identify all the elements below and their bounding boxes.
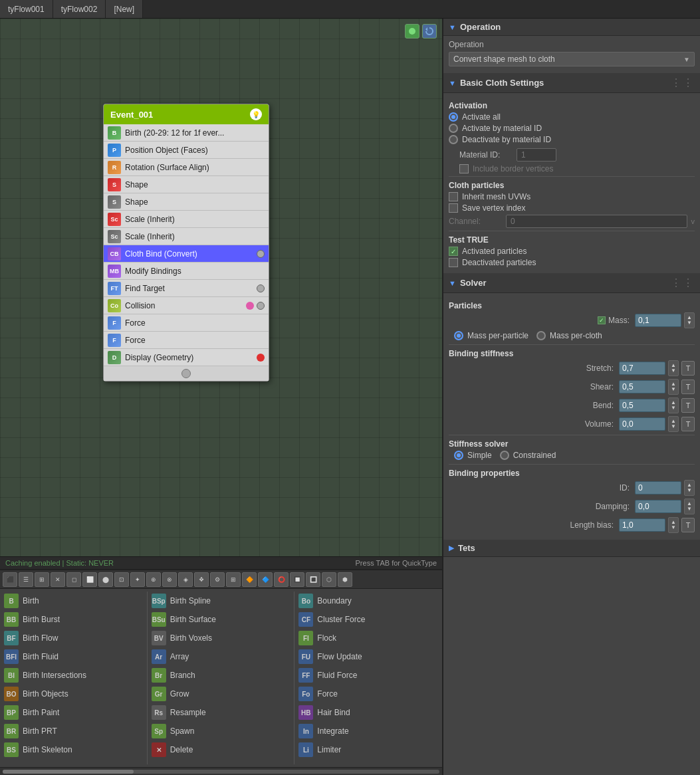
list-item[interactable]: BV Birth Voxels xyxy=(148,629,294,647)
event-row-scale2[interactable]: Sc Scale (Inherit) xyxy=(104,228,269,245)
tb-btn-13[interactable]: ❖ xyxy=(194,572,209,587)
length-bias-spinner[interactable]: ▲ ▼ xyxy=(668,517,679,533)
channel-input[interactable]: 0 xyxy=(506,215,687,228)
id-spinner[interactable]: ▲ ▼ xyxy=(684,480,695,496)
tb-btn-15[interactable]: ⊞ xyxy=(226,572,241,587)
material-id-input[interactable]: 1 xyxy=(517,148,556,162)
tb-btn-21[interactable]: ⬡ xyxy=(322,572,336,587)
deactivated-particles-checkbox[interactable]: Deactivated particles xyxy=(449,258,695,267)
damping-input[interactable]: 0,0 xyxy=(635,500,681,513)
list-item[interactable]: Fo Force xyxy=(294,685,442,703)
inherit-mesh-checkbox[interactable]: Inherit mesh UVWs xyxy=(449,192,695,201)
tb-btn-9[interactable]: ✦ xyxy=(130,572,145,587)
tets-section-header[interactable]: ▶ Tets xyxy=(443,540,700,557)
radio-deactivate-material[interactable]: Deactivate by material ID xyxy=(449,135,695,144)
stretch-t-btn[interactable]: T xyxy=(681,361,695,376)
list-item[interactable]: BI Birth Intersections xyxy=(0,666,147,685)
event-row-collision[interactable]: Co Collision xyxy=(104,297,269,314)
bottom-scrollbar[interactable] xyxy=(0,767,442,775)
list-item[interactable]: BS Birth Skeleton xyxy=(0,740,147,759)
list-item[interactable]: ✕ Delete xyxy=(148,740,294,759)
list-item[interactable]: Ar Array xyxy=(148,647,294,666)
tb-btn-14[interactable]: ⚙ xyxy=(210,572,225,587)
tb-btn-4[interactable]: ✕ xyxy=(51,572,65,587)
canvas-green-btn[interactable] xyxy=(405,24,419,39)
list-item[interactable]: HB Hair Bind xyxy=(294,703,442,722)
tb-btn-20[interactable]: 🔳 xyxy=(306,572,320,587)
length-bias-input[interactable]: 1,0 xyxy=(619,518,665,532)
tb-btn-5[interactable]: ◻ xyxy=(66,572,81,587)
tb-btn-12[interactable]: ◈ xyxy=(178,572,193,587)
volume-t-btn[interactable]: T xyxy=(681,417,695,431)
event-row-display[interactable]: D Display (Geometry) xyxy=(104,349,269,366)
list-item[interactable]: In Integrate xyxy=(294,722,442,740)
tb-btn-19[interactable]: 🔲 xyxy=(290,572,304,587)
list-item[interactable]: BSp Birth Spline xyxy=(148,592,294,610)
event-row-clothbind[interactable]: CB Cloth Bind (Convert) xyxy=(104,245,269,263)
list-item[interactable]: BF Birth Flow xyxy=(0,629,147,647)
include-border-checkbox[interactable]: Include border vertices xyxy=(449,164,695,173)
radio-mass-per-particle[interactable]: Mass per-particle xyxy=(454,331,528,340)
event-row-scale1[interactable]: Sc Scale (Inherit) xyxy=(104,211,269,228)
tb-btn-7[interactable]: ⬤ xyxy=(98,572,113,587)
tb-btn-17[interactable]: 🔷 xyxy=(258,572,273,587)
volume-spinner[interactable]: ▲ ▼ xyxy=(668,416,679,432)
list-item[interactable]: Li Limiter xyxy=(294,740,442,759)
activated-particles-checkbox[interactable]: ✓ Activated particles xyxy=(449,247,695,256)
list-item[interactable]: BFl Birth Fluid xyxy=(0,647,147,666)
list-item[interactable]: Gr Grow xyxy=(148,685,294,703)
id-input[interactable]: 0 xyxy=(635,481,681,495)
basic-cloth-section-header[interactable]: ▼ Basic Cloth Settings ⋮⋮ xyxy=(443,73,700,93)
list-item[interactable]: BB Birth Burst xyxy=(0,610,147,629)
list-item[interactable]: BSu Birth Surface xyxy=(148,610,294,629)
canvas-refresh-btn[interactable] xyxy=(422,24,437,39)
radio-activate-material[interactable]: Activate by material ID xyxy=(449,124,695,133)
tb-btn-8[interactable]: ⊡ xyxy=(114,572,129,587)
radio-activate-all[interactable]: Activate all xyxy=(449,112,695,122)
bend-t-btn[interactable]: T xyxy=(681,398,695,413)
event-row-force1[interactable]: F Force xyxy=(104,314,269,332)
tab-tyflow001[interactable]: tyFlow001 xyxy=(0,0,53,18)
list-item[interactable]: BR Birth PRT xyxy=(0,722,147,740)
list-item[interactable]: Rs Resample xyxy=(148,703,294,722)
mass-input[interactable]: 0,1 xyxy=(635,314,681,327)
damping-spinner[interactable]: ▲ ▼ xyxy=(684,498,695,514)
tb-btn-1[interactable]: ⬛ xyxy=(3,572,17,587)
save-vertex-checkbox[interactable]: Save vertex index xyxy=(449,203,695,213)
solver-section-header[interactable]: ▼ Solver ⋮⋮ xyxy=(443,273,700,293)
bend-spinner[interactable]: ▲ ▼ xyxy=(668,397,679,413)
event-row-shape1[interactable]: S Shape xyxy=(104,176,269,193)
list-item[interactable]: Bo Boundary xyxy=(294,592,442,610)
event-row-birth[interactable]: B Birth (20-29: 12 for 1f ever... xyxy=(104,124,269,142)
mass-spinner[interactable]: ▲ ▼ xyxy=(684,312,695,328)
radio-mass-per-cloth[interactable]: Mass per-cloth xyxy=(536,331,602,340)
shear-t-btn[interactable]: T xyxy=(681,380,695,394)
list-item[interactable]: FF Fluid Force xyxy=(294,666,442,685)
tb-btn-6[interactable]: ⬜ xyxy=(82,572,97,587)
list-item[interactable]: Sp Spawn xyxy=(148,722,294,740)
tb-btn-16[interactable]: 🔶 xyxy=(242,572,257,587)
stretch-spinner[interactable]: ▲ ▼ xyxy=(668,360,679,376)
list-item[interactable]: CF Cluster Force xyxy=(294,610,442,629)
shear-spinner[interactable]: ▲ ▼ xyxy=(668,379,679,395)
list-item[interactable]: FU Flow Update xyxy=(294,647,442,666)
event-row-position[interactable]: P Position Object (Faces) xyxy=(104,142,269,159)
list-item[interactable]: Br Branch xyxy=(148,666,294,685)
event-row-rotation[interactable]: R Rotation (Surface Align) xyxy=(104,159,269,176)
tab-tyflow002[interactable]: tyFlow002 xyxy=(53,0,106,18)
shear-input[interactable]: 0,5 xyxy=(619,380,665,393)
radio-constrained[interactable]: Constrained xyxy=(500,451,556,460)
event-row-shape2[interactable]: S Shape xyxy=(104,193,269,211)
radio-simple[interactable]: Simple xyxy=(454,451,492,460)
event-row-modifybind[interactable]: MB Modify Bindings xyxy=(104,263,269,280)
stretch-input[interactable]: 0,7 xyxy=(619,362,665,375)
tb-btn-10[interactable]: ⊕ xyxy=(146,572,161,587)
bend-input[interactable]: 0,5 xyxy=(619,399,665,412)
list-item[interactable]: Fl Flock xyxy=(294,629,442,647)
operation-dropdown[interactable]: Convert shape mesh to cloth ▼ xyxy=(449,52,695,66)
tb-btn-2[interactable]: ☰ xyxy=(19,572,33,587)
volume-input[interactable]: 0,0 xyxy=(619,417,665,431)
list-item[interactable]: B Birth xyxy=(0,592,147,610)
event-row-force2[interactable]: F Force xyxy=(104,332,269,349)
operation-section-header[interactable]: ▼ Operation xyxy=(443,19,700,36)
